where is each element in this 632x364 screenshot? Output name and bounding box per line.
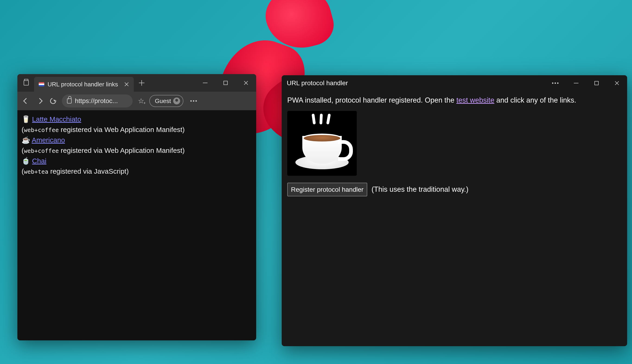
pwa-title: URL protocol handler bbox=[287, 80, 348, 87]
pwa-window: URL protocol handler PWA installed, prot… bbox=[282, 75, 627, 346]
intro-text: PWA installed, protocol handler register… bbox=[287, 95, 621, 106]
link-americano[interactable]: Americano bbox=[32, 136, 65, 144]
minimize-button[interactable] bbox=[566, 76, 586, 90]
browser-titlebar: URL protocol handler links bbox=[17, 74, 256, 92]
tab-close-icon[interactable] bbox=[124, 81, 130, 87]
avatar-icon bbox=[173, 98, 180, 104]
link-subtext: (web+coffee registered via Web Applicati… bbox=[22, 145, 252, 156]
tab-title: URL protocol handler links bbox=[48, 81, 118, 88]
link-latte[interactable]: Latte Macchiato bbox=[32, 115, 81, 123]
pwa-content: PWA installed, protocol handler register… bbox=[282, 91, 627, 200]
register-protocol-button[interactable]: Register protocol handler bbox=[287, 183, 367, 196]
browser-toolbar: https://protoc... ☆ + Guest bbox=[17, 92, 256, 110]
address-bar[interactable]: https://protoc... bbox=[62, 94, 133, 108]
test-website-link[interactable]: test website bbox=[456, 96, 494, 104]
maximize-button[interactable] bbox=[216, 76, 236, 90]
pwa-menu-button[interactable] bbox=[549, 76, 561, 90]
link-subtext: (web+coffee registered via Web Applicati… bbox=[22, 124, 252, 135]
address-text: https://protoc... bbox=[75, 97, 118, 105]
tab-favicon-icon bbox=[39, 82, 44, 86]
coffee-cup-icon bbox=[287, 111, 357, 176]
lock-icon bbox=[67, 98, 72, 104]
link-chai[interactable]: Chai bbox=[32, 157, 46, 165]
pwa-titlebar: URL protocol handler bbox=[282, 75, 627, 91]
browser-window: URL protocol handler links https://proto… bbox=[17, 74, 256, 340]
profile-button[interactable]: Guest bbox=[149, 95, 183, 107]
star-icon: ☆ bbox=[138, 98, 144, 104]
list-item: ☕ Americano bbox=[22, 135, 252, 145]
page-content: 🥛 Latte Macchiato (web+coffee registered… bbox=[17, 110, 256, 340]
back-button[interactable] bbox=[22, 96, 31, 106]
link-emoji-icon: ☕ bbox=[22, 136, 30, 144]
reload-button[interactable] bbox=[49, 96, 58, 106]
favorites-button[interactable]: ☆ + bbox=[137, 97, 145, 105]
browser-tab[interactable]: URL protocol handler links bbox=[34, 77, 134, 92]
register-hint: (This uses the traditional way.) bbox=[371, 185, 468, 193]
register-row: Register protocol handler (This uses the… bbox=[287, 183, 621, 196]
close-window-button[interactable] bbox=[607, 76, 627, 90]
forward-button[interactable] bbox=[35, 96, 44, 106]
link-emoji-icon: 🥛 bbox=[22, 115, 30, 123]
close-window-button[interactable] bbox=[236, 76, 256, 90]
list-item: 🍵 Chai bbox=[22, 156, 252, 166]
more-menu-button[interactable] bbox=[187, 100, 200, 102]
new-tab-button[interactable] bbox=[138, 79, 145, 86]
tab-actions-icon[interactable] bbox=[23, 79, 30, 86]
maximize-button[interactable] bbox=[586, 76, 607, 90]
profile-label: Guest bbox=[155, 98, 171, 105]
link-emoji-icon: 🍵 bbox=[22, 157, 30, 165]
minimize-button[interactable] bbox=[195, 76, 216, 90]
list-item: 🥛 Latte Macchiato bbox=[22, 114, 252, 124]
link-subtext: (web+tea registered via JavaScript) bbox=[22, 166, 252, 176]
plus-icon: + bbox=[143, 101, 146, 105]
